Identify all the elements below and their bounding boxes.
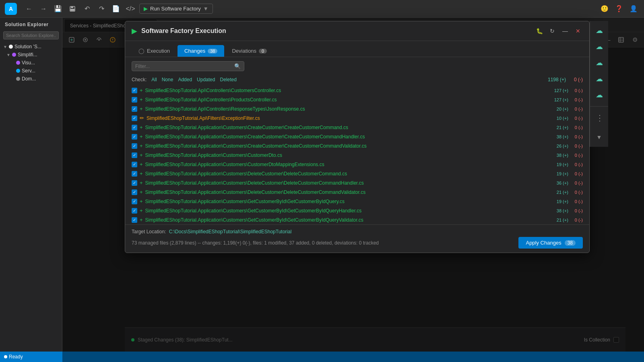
undo-button[interactable]: ↶ bbox=[81, 3, 93, 14]
cloud-icon-3[interactable]: ☁ bbox=[593, 56, 606, 69]
file-list-item[interactable]: ✓ + SimplifiedEShopTutorial.Application\… bbox=[128, 160, 586, 169]
dialog-refresh-icon[interactable]: ↻ bbox=[547, 26, 557, 36]
file-added-stat: 21 (+) bbox=[557, 218, 568, 222]
save-button[interactable]: 💾 bbox=[52, 3, 64, 14]
file-path: SimplifiedEShopTutorial.Application\Cust… bbox=[145, 125, 554, 130]
file-type-icon: + bbox=[140, 152, 143, 158]
file-checkbox[interactable]: ✓ bbox=[132, 125, 137, 130]
back-button[interactable]: ← bbox=[23, 3, 35, 14]
apply-changes-button[interactable]: Apply Changes 38 bbox=[518, 237, 583, 249]
file-list-item[interactable]: ✓ + SimplifiedEShopTutorial.Application\… bbox=[128, 178, 586, 187]
file-stats: 20 (+) 0 (-) bbox=[557, 107, 583, 111]
file-checkbox[interactable]: ✓ bbox=[132, 171, 137, 177]
file-path: SimplifiedEShopTutorial.Api\Controllers\… bbox=[145, 106, 554, 112]
apply-changes-label: Apply Changes bbox=[526, 240, 561, 246]
file-checkbox[interactable]: ✓ bbox=[132, 143, 137, 149]
file-list-item[interactable]: ✓ + SimplifiedEShopTutorial.Application\… bbox=[128, 215, 586, 224]
cloud-icon-4[interactable]: ☁ bbox=[593, 72, 606, 85]
file-deleted-stat: 0 (-) bbox=[575, 125, 583, 130]
file-checkbox[interactable]: ✓ bbox=[132, 189, 137, 195]
dialog-minimize-button[interactable]: — bbox=[560, 26, 570, 36]
file-deleted-stat: 0 (-) bbox=[575, 190, 583, 195]
tab-execution[interactable]: ◯ Execution bbox=[132, 45, 177, 57]
file-checkbox[interactable]: ✓ bbox=[132, 115, 137, 121]
dialog-tabs: ◯ Execution Changes 38 Deviations 0 bbox=[125, 41, 589, 57]
file-path: SimplifiedEShopTutorial.Application\Cust… bbox=[145, 217, 554, 223]
file-path: SimplifiedEShopTutorial.Application\Cust… bbox=[145, 208, 554, 214]
file-list-item[interactable]: ✓ + SimplifiedEShopTutorial.Application\… bbox=[128, 132, 586, 141]
cloud-icon-5[interactable]: ☁ bbox=[593, 88, 606, 101]
file-list-item[interactable]: ✓ + SimplifiedEShopTutorial.Application\… bbox=[128, 150, 586, 160]
redo-button[interactable]: ↷ bbox=[96, 3, 107, 14]
check-updated-link[interactable]: Updated bbox=[197, 77, 215, 82]
tree-item-domain[interactable]: Dom... bbox=[0, 75, 62, 83]
visual-icon bbox=[16, 61, 20, 65]
target-path[interactable]: C:\Docs\SimplifiedEShopTutorial\Simplifi… bbox=[169, 229, 292, 234]
file-list-item[interactable]: ✓ + SimplifiedEShopTutorial.Application\… bbox=[128, 123, 586, 132]
check-deleted-link[interactable]: Deleted bbox=[220, 77, 236, 82]
file-path: SimplifiedEShopTutorial.Api\Controllers\… bbox=[145, 88, 552, 93]
file-checkbox[interactable]: ✓ bbox=[132, 88, 137, 93]
file-checkbox[interactable]: ✓ bbox=[132, 162, 137, 167]
cloud-icon-2[interactable]: ☁ bbox=[593, 40, 606, 53]
file-list-item[interactable]: ✓ ✏ SimplifiedEShopTutorial.Api\Filters\… bbox=[128, 113, 586, 123]
file-deleted-stat: 0 (-) bbox=[575, 162, 583, 167]
dropdown-icon[interactable]: ▼ bbox=[593, 131, 606, 144]
file-added-stat: 19 (+) bbox=[557, 162, 568, 167]
dialog-bug-icon[interactable]: 🐛 bbox=[535, 26, 544, 36]
tree-item-services[interactable]: Serv... bbox=[0, 67, 62, 75]
file-list-item[interactable]: ✓ + SimplifiedEShopTutorial.Application\… bbox=[128, 206, 586, 215]
check-none-link[interactable]: None bbox=[162, 77, 173, 82]
smiley-icon[interactable]: 🙂 bbox=[599, 3, 610, 14]
file-button[interactable]: 📄 bbox=[110, 3, 122, 14]
file-type-icon: + bbox=[140, 198, 143, 204]
file-checkbox[interactable]: ✓ bbox=[132, 106, 137, 112]
file-stats: 38 (+) 0 (-) bbox=[557, 153, 583, 158]
tree-item-solution[interactable]: ▼ Solution 'S... bbox=[0, 43, 62, 51]
file-list-item[interactable]: ✓ + SimplifiedEShopTutorial.Application\… bbox=[128, 187, 586, 197]
tab-deviations-label: Deviations bbox=[232, 48, 256, 54]
file-checkbox[interactable]: ✓ bbox=[132, 217, 137, 223]
tree-item-visual[interactable]: Visu... bbox=[0, 59, 62, 67]
file-stats: 19 (+) 0 (-) bbox=[557, 199, 583, 204]
tree-item-simplified[interactable]: ▼ Simplifi... bbox=[0, 51, 62, 59]
filter-search-icon: 🔍 bbox=[234, 63, 241, 69]
file-checkbox[interactable]: ✓ bbox=[132, 180, 137, 186]
save-all-button[interactable] bbox=[67, 3, 78, 14]
file-list-item[interactable]: ✓ + SimplifiedEShopTutorial.Application\… bbox=[128, 141, 586, 150]
file-stats: 127 (+) 0 (-) bbox=[554, 97, 583, 102]
cloud-icon-1[interactable]: ☁ bbox=[593, 24, 606, 37]
file-list-item[interactable]: ✓ + SimplifiedEShopTutorial.Api\Controll… bbox=[128, 86, 586, 95]
dialog-close-button[interactable]: ✕ bbox=[573, 26, 583, 36]
file-list-item[interactable]: ✓ + SimplifiedEShopTutorial.Api\Controll… bbox=[128, 104, 586, 113]
file-checkbox[interactable]: ✓ bbox=[132, 134, 137, 140]
tab-deviations[interactable]: Deviations 0 bbox=[225, 45, 274, 57]
account-icon[interactable]: 👤 bbox=[628, 3, 639, 14]
file-stats: 21 (+) 0 (-) bbox=[557, 190, 583, 195]
solution-icon bbox=[9, 45, 13, 49]
dialog-title: Software Factory Execution bbox=[141, 27, 530, 35]
file-checkbox[interactable]: ✓ bbox=[132, 199, 137, 204]
filter-input[interactable] bbox=[135, 64, 232, 69]
file-list-item[interactable]: ✓ + SimplifiedEShopTutorial.Application\… bbox=[128, 169, 586, 178]
dots-icon[interactable]: ⋮ bbox=[593, 111, 606, 124]
tab-changes[interactable]: Changes 38 bbox=[178, 45, 224, 57]
check-all-link[interactable]: All bbox=[151, 77, 157, 82]
run-software-factory-button[interactable]: ▶ Run Software Factory ▼ bbox=[139, 4, 213, 14]
file-type-icon: + bbox=[140, 217, 143, 223]
code-button[interactable]: </> bbox=[125, 3, 136, 14]
check-added-link[interactable]: Added bbox=[178, 77, 192, 82]
forward-button[interactable]: → bbox=[38, 3, 49, 14]
dialog-header: ▶ Software Factory Execution 🐛 ↻ — ✕ bbox=[125, 21, 589, 41]
help-icon[interactable]: ❓ bbox=[613, 3, 625, 14]
file-stats: 19 (+) 0 (-) bbox=[557, 162, 583, 167]
software-factory-dialog: ▶ Software Factory Execution 🐛 ↻ — ✕ ◯ E… bbox=[125, 21, 590, 253]
file-type-icon: + bbox=[140, 97, 143, 103]
file-list-item[interactable]: ✓ + SimplifiedEShopTutorial.Application\… bbox=[128, 197, 586, 206]
file-checkbox[interactable]: ✓ bbox=[132, 97, 137, 103]
file-list-item[interactable]: ✓ + SimplifiedEShopTutorial.Api\Controll… bbox=[128, 95, 586, 104]
file-checkbox[interactable]: ✓ bbox=[132, 152, 137, 158]
sidebar-search-input[interactable] bbox=[3, 31, 59, 39]
file-checkbox[interactable]: ✓ bbox=[132, 208, 137, 214]
app-logo: A bbox=[5, 3, 17, 15]
